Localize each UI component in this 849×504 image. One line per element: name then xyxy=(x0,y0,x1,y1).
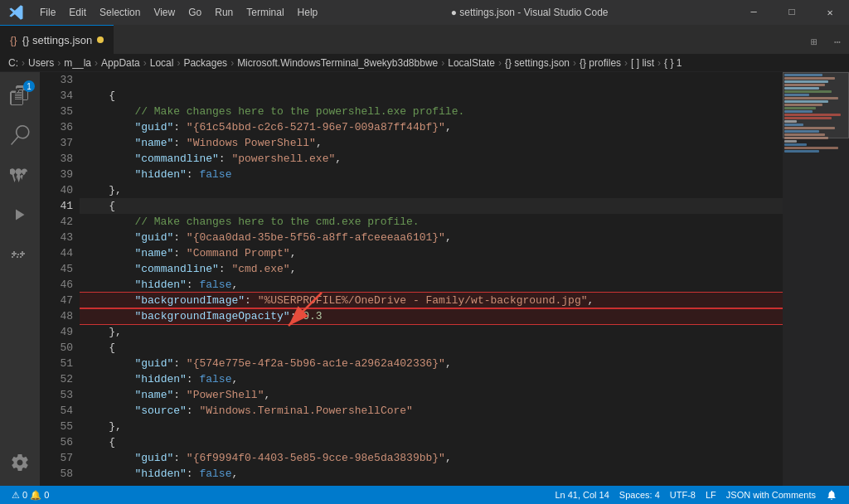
breadcrumb-user[interactable]: m__la xyxy=(64,57,91,69)
status-language[interactable]: JSON with Comments xyxy=(721,486,821,504)
tab-modified-dot xyxy=(97,36,104,43)
menu-edit[interactable]: Edit xyxy=(62,0,93,25)
minimap-line xyxy=(784,147,838,149)
menu-selection[interactable]: Selection xyxy=(93,0,147,25)
status-encoding[interactable]: UTF-8 xyxy=(665,486,701,504)
code-line-38: "commandline": "powershell.exe", xyxy=(80,151,783,167)
breadcrumb-list[interactable]: [ ] list xyxy=(631,57,654,69)
line-numbers-area: 33 34 35 36 37 38 39 40 41 42 43 44 45 4… xyxy=(40,72,849,486)
code-line-34: { xyxy=(80,88,783,104)
code-line-45: "commandline": "cmd.exe", xyxy=(80,261,783,277)
breadcrumb-item[interactable]: { } 1 xyxy=(664,57,682,69)
breadcrumb-packages[interactable]: Packages xyxy=(183,57,227,69)
tab-label: {} settings.json xyxy=(22,34,93,46)
breadcrumb-localstate[interactable]: LocalState xyxy=(448,57,495,69)
code-line-48: "backgroundImageOpacity": 0.3 xyxy=(80,308,783,324)
title-bar-controls: ─ □ ✕ xyxy=(735,0,849,25)
tab-bar-actions: ⊞ ⋯ xyxy=(803,31,849,54)
code-line-40: }, xyxy=(80,182,783,198)
breadcrumb-users[interactable]: Users xyxy=(28,57,54,69)
code-line-55: }, xyxy=(80,419,783,434)
breadcrumb-c[interactable]: C: xyxy=(8,57,18,69)
code-line-53: "name": "PowerShell", xyxy=(80,387,783,403)
code-line-36: "guid": "{61c54bbd-c2c6-5271-96e7-009a87… xyxy=(80,119,783,135)
breadcrumb-file[interactable]: {} settings.json xyxy=(505,57,570,69)
code-line-33 xyxy=(80,72,783,88)
menu-file[interactable]: File xyxy=(33,0,62,25)
status-bar: ⚠ 0 🔔 0 Ln 41, Col 14 Spaces: 4 UTF-8 LF… xyxy=(0,486,849,504)
tab-bar: {} {} settings.json ⊞ ⋯ xyxy=(0,25,849,54)
vscode-logo xyxy=(0,0,33,25)
code-line-37: "name": "Windows PowerShell", xyxy=(80,135,783,151)
menu-bar: File Edit Selection View Go Run Terminal… xyxy=(33,0,324,25)
code-line-44: "name": "Command Prompt", xyxy=(80,245,783,261)
warning-icon: ⚠ xyxy=(12,490,20,501)
code-line-56: { xyxy=(80,434,783,450)
activity-search[interactable] xyxy=(0,115,40,155)
code-content[interactable]: { // Make changes here to the powershell… xyxy=(80,72,783,486)
minimize-button[interactable]: ─ xyxy=(735,0,773,25)
activity-run[interactable] xyxy=(0,195,40,235)
code-line-35: // Make changes here to the powershell.e… xyxy=(80,104,783,119)
breadcrumb-pkg[interactable]: Microsoft.WindowsTerminal_8wekyb3d8bbwe xyxy=(237,57,438,69)
main-area: 1 xyxy=(0,72,849,486)
minimap[interactable] xyxy=(783,72,849,486)
status-eol[interactable]: LF xyxy=(701,486,721,504)
code-line-58: "hidden": false, xyxy=(80,466,783,482)
menu-terminal[interactable]: Terminal xyxy=(240,0,290,25)
menu-run[interactable]: Run xyxy=(208,0,240,25)
activity-extensions[interactable] xyxy=(0,235,40,274)
error-count: 0 xyxy=(22,490,27,500)
breadcrumb-appdata[interactable]: AppData xyxy=(101,57,140,69)
breadcrumb: C: › Users › m__la › AppData › Local › P… xyxy=(0,54,849,72)
status-cursor[interactable]: Ln 41, Col 14 xyxy=(550,486,614,504)
status-errors[interactable]: ⚠ 0 🔔 0 xyxy=(7,486,54,504)
minimap-line xyxy=(784,140,797,143)
menu-help[interactable]: Help xyxy=(291,0,325,25)
code-line-54: "source": "Windows.Terminal.PowershellCo… xyxy=(80,403,783,419)
activity-settings[interactable] xyxy=(0,443,40,482)
code-line-41: { xyxy=(80,198,783,214)
minimap-viewport[interactable] xyxy=(783,72,849,138)
code-editor[interactable]: 33 34 35 36 37 38 39 40 41 42 43 44 45 4… xyxy=(40,72,849,486)
close-button[interactable]: ✕ xyxy=(811,0,849,25)
menu-view[interactable]: View xyxy=(147,0,182,25)
status-right: Ln 41, Col 14 Spaces: 4 UTF-8 LF JSON wi… xyxy=(550,486,842,504)
menu-go[interactable]: Go xyxy=(182,0,208,25)
breadcrumb-local[interactable]: Local xyxy=(150,57,174,69)
code-line-43: "guid": "{0caa0dad-35be-5f56-a8ff-afceee… xyxy=(80,230,783,245)
breadcrumb-profiles[interactable]: {} profiles xyxy=(580,57,621,69)
code-line-50: { xyxy=(80,340,783,356)
title-bar-title: ● settings.json - Visual Studio Code xyxy=(324,7,735,18)
minimap-line xyxy=(784,143,807,146)
minimap-line xyxy=(784,150,819,153)
tab-settings-json[interactable]: {} {} settings.json xyxy=(0,25,114,54)
bell-icon: 🔔 xyxy=(30,490,41,501)
code-line-47: "backgroundImage": "%USERPROFILE%/OneDri… xyxy=(80,293,783,308)
code-line-51: "guid": "{574e775e-4f2a-5b96-ac1e-a2962a… xyxy=(80,356,783,371)
activity-explorer[interactable]: 1 xyxy=(0,75,40,115)
more-actions-button[interactable]: ⋯ xyxy=(826,31,849,54)
title-bar-left: File Edit Selection View Go Run Terminal… xyxy=(0,0,324,25)
line-numbers: 33 34 35 36 37 38 39 40 41 42 43 44 45 4… xyxy=(40,72,80,486)
code-line-46: "hidden": false, xyxy=(80,277,783,293)
tab-icon: {} xyxy=(10,34,17,46)
notification-count: 0 xyxy=(44,490,49,500)
code-line-49: }, xyxy=(80,324,783,340)
editor-area: 33 34 35 36 37 38 39 40 41 42 43 44 45 4… xyxy=(40,72,849,486)
status-notification-bell[interactable] xyxy=(821,486,842,504)
source-control-badge: 1 xyxy=(23,80,35,92)
code-line-52: "hidden": false, xyxy=(80,371,783,387)
title-bar: File Edit Selection View Go Run Terminal… xyxy=(0,0,849,25)
code-line-57: "guid": "{6f9994f0-4403-5e85-9cce-98e5da… xyxy=(80,450,783,466)
activity-source-control[interactable] xyxy=(0,155,40,195)
code-line-39: "hidden": false xyxy=(80,167,783,182)
activity-bottom xyxy=(0,443,40,486)
split-editor-button[interactable]: ⊞ xyxy=(803,31,826,54)
code-line-42: // Make changes here to the cmd.exe prof… xyxy=(80,214,783,230)
activity-bar: 1 xyxy=(0,72,40,486)
status-spaces[interactable]: Spaces: 4 xyxy=(614,486,665,504)
maximize-button[interactable]: □ xyxy=(773,0,811,25)
